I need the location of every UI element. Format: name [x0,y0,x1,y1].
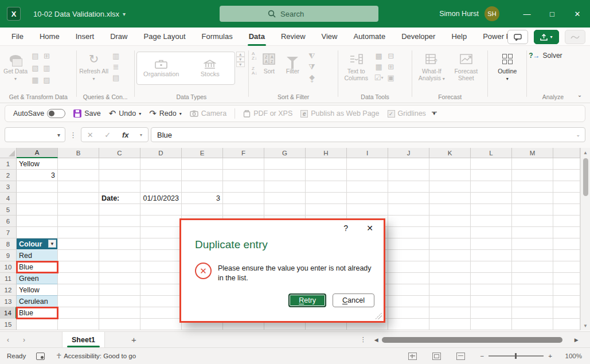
row-header-15[interactable]: 15 [0,319,17,330]
grid-cell-E2[interactable] [182,170,223,181]
chevron-down-icon[interactable]: ▾ [140,132,142,138]
scroll-up-icon[interactable]: ▲ [581,148,590,157]
text-to-columns-button[interactable]: Text to Columns [340,49,372,81]
dialog-close-button[interactable]: ✕ [366,224,373,233]
grid-cell-partial-3[interactable] [553,181,580,193]
tab-home[interactable]: Home [32,28,68,46]
what-if-analysis-button[interactable]: ? What-If Analysis ▾ [414,49,450,83]
dialog-resize-grip[interactable] [375,312,382,319]
normal-view-icon[interactable] [408,353,417,360]
chevron-down-icon[interactable]: ▾ [57,132,60,138]
column-header-M[interactable]: M [512,148,553,158]
grid-cell-J1[interactable] [388,158,429,170]
grid-cell-C9[interactable] [99,250,140,261]
grid-cell-L1[interactable] [471,158,512,170]
grid-cell-C3[interactable] [99,181,140,193]
row-header-13[interactable]: 13 [0,296,17,307]
grid-cell-M11[interactable] [512,273,553,284]
grid-cell-L9[interactable] [471,250,512,261]
grid-cell-partial-8[interactable] [553,238,580,250]
solver-button[interactable]: ?→ Solver [529,52,562,60]
grid-cell-K6[interactable] [429,216,471,227]
from-picture-icon[interactable]: ▦ [30,75,41,85]
sheet-options-dots[interactable]: ⋮ [360,336,366,343]
grid-cell-B5[interactable] [58,204,99,216]
grid-cell-partial-4[interactable] [553,193,580,204]
grid-cell-M12[interactable] [512,284,553,296]
grid-cell-partial-12[interactable] [553,284,580,296]
grid-cell-D13[interactable] [140,296,182,307]
grid-cell-L7[interactable] [471,227,512,238]
grid-cell-B4[interactable] [58,193,99,204]
edit-links-icon[interactable]: ▤ [111,72,122,83]
grid-cell-J7[interactable] [388,227,429,238]
grid-cell-A4[interactable] [17,193,58,204]
grid-cell-K7[interactable] [429,227,471,238]
grid-cell-B2[interactable] [58,170,99,181]
tab-formulas[interactable]: Formulas [194,28,241,46]
sort-za-icon[interactable]: ZA↓ [252,66,257,76]
enter-icon[interactable]: ✓ [104,131,111,139]
chevron-down-icon[interactable]: ▾ [139,111,141,116]
scroll-left-icon[interactable]: ◀ [374,337,378,343]
row-header-14[interactable]: 14 [0,307,17,319]
grid-cell-D1[interactable] [140,158,182,170]
grid-cell-J8[interactable] [388,238,429,250]
column-header-partial[interactable] [553,148,580,158]
recent-sources-icon[interactable]: ▥ [41,62,52,73]
grid-cell-D10[interactable] [140,261,182,273]
grid-cell-C1[interactable] [99,158,140,170]
grid-cell-B9[interactable] [58,250,99,261]
grid-cell-J9[interactable] [388,250,429,261]
grid-cell-M3[interactable] [512,181,553,193]
refresh-all-button[interactable]: ↻ Refresh All ▾ [79,49,110,83]
grid-cell-J4[interactable] [388,193,429,204]
scroll-down-icon[interactable]: ▼ [581,321,590,330]
minimize-button[interactable]: — [514,0,540,28]
grid-cell-F5[interactable] [223,204,264,216]
grid-cell-A14[interactable]: Blue [17,307,58,319]
select-all-corner[interactable] [0,148,17,158]
horizontal-scroll-thumb[interactable] [382,337,562,343]
grid-cell-C12[interactable] [99,284,140,296]
grid-cell-J11[interactable] [388,273,429,284]
grid-cell-L12[interactable] [471,284,512,296]
grid-cell-M7[interactable] [512,227,553,238]
grid-cell-partial-9[interactable] [553,250,580,261]
column-header-H[interactable]: H [306,148,347,158]
redo-button[interactable]: ↷ Redo ▾ [147,108,183,119]
from-table-icon[interactable]: ⊞ [41,50,52,61]
column-header-F[interactable]: F [223,148,264,158]
grid-cell-K5[interactable] [429,204,471,216]
grid-cell-M14[interactable] [512,307,553,319]
grid-cell-B15[interactable] [58,319,99,330]
grid-cell-A9[interactable]: Red [17,250,58,261]
tab-developer[interactable]: Developer [393,28,443,46]
save-button[interactable]: Save [71,109,103,118]
grid-cell-J10[interactable] [388,261,429,273]
grid-cell-E4[interactable]: 3 [182,193,223,204]
grid-cell-K12[interactable] [429,284,471,296]
grid-cell-D2[interactable] [140,170,182,181]
grid-cell-K4[interactable] [429,193,471,204]
grid-cell-J3[interactable] [388,181,429,193]
comments-button[interactable] [507,30,528,44]
grid-cell-M2[interactable] [512,170,553,181]
from-web-icon[interactable]: ▧ [30,62,41,73]
grid-cell-D12[interactable] [140,284,182,296]
remove-duplicates-icon[interactable]: ▦ [373,61,384,72]
ribbon-collapse-button[interactable]: ⌄ [577,92,588,103]
grid-cell-K9[interactable] [429,250,471,261]
sheet-tab-sheet1[interactable]: Sheet1 [62,332,105,348]
cancel-button[interactable]: Cancel [333,293,374,307]
column-header-A[interactable]: A [17,148,58,158]
grid-cell-L11[interactable] [471,273,512,284]
column-header-I[interactable]: I [347,148,388,158]
column-header-E[interactable]: E [182,148,223,158]
grid-cell-L14[interactable] [471,307,512,319]
column-header-C[interactable]: C [99,148,140,158]
grid-cell-G2[interactable] [264,170,306,181]
grid-cell-B3[interactable] [58,181,99,193]
grid-cell-A5[interactable] [17,204,58,216]
grid-cell-K2[interactable] [429,170,471,181]
